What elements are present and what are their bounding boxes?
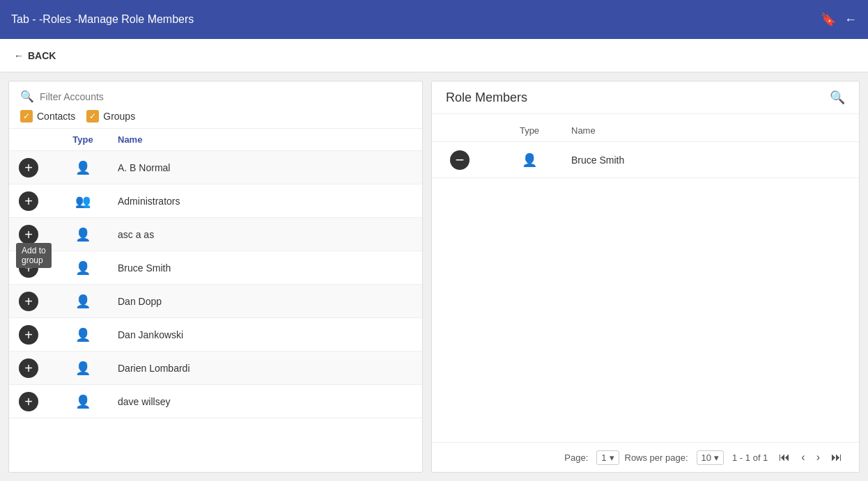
contact-type-icon: 👤 <box>48 160 118 175</box>
row-name: Administrators <box>118 196 422 207</box>
contacts-checkbox-box: ✓ <box>20 110 33 123</box>
header-icons: 🔖 ← <box>821 12 857 27</box>
rows-per-page-label: Rows per page: <box>625 452 688 463</box>
next-page-button[interactable]: › <box>814 450 823 465</box>
page-dropdown-icon: ▾ <box>610 452 614 463</box>
add-row-button[interactable]: + <box>19 358 38 378</box>
filter-area: 🔍 ✓ Contacts ✓ Groups <box>9 81 422 129</box>
contact-type-icon: 👤 <box>48 394 118 409</box>
contact-type-icon: 👤 <box>48 260 118 276</box>
role-col-name-header: Name <box>571 125 859 136</box>
left-table-body: + 👤 A. B Normal + 👥 Administrators + Add… <box>9 151 422 472</box>
app-header: Tab - -Roles -Manage Role Members 🔖 ← <box>0 0 868 39</box>
role-table-header: Type Name <box>432 120 859 142</box>
row-name: Darien Lombardi <box>118 363 422 374</box>
contact-type-icon: 👤 <box>48 227 118 242</box>
add-row-button[interactable]: + <box>19 392 38 411</box>
groups-checkbox[interactable]: ✓ Groups <box>86 110 135 123</box>
add-row-button[interactable]: + <box>19 225 38 244</box>
filter-search-icon: 🔍 <box>20 90 34 103</box>
rows-value: 10 <box>702 452 711 463</box>
back-button[interactable]: ← BACK <box>14 50 56 61</box>
role-member-name: Bruce Smith <box>571 155 859 166</box>
row-name: dave willsey <box>118 396 422 407</box>
row-name: Dan Dopp <box>118 296 422 307</box>
header-title: Tab - -Roles -Manage Role Members <box>11 13 194 26</box>
role-contact-type-icon: 👤 <box>488 152 571 168</box>
filter-input-wrap: 🔍 <box>20 90 411 103</box>
groups-checkbox-box: ✓ <box>86 110 99 123</box>
page-label: Page: <box>564 452 588 463</box>
group-type-icon: 👥 <box>48 194 118 209</box>
table-row: + 👤 Dan Jankowski <box>9 318 422 352</box>
page-range: 1 - 1 of 1 <box>732 452 768 463</box>
back-label: BACK <box>28 50 56 61</box>
table-row: + 👤 Bruce Smith <box>9 251 422 285</box>
add-row-button[interactable]: + <box>19 191 38 211</box>
last-page-button[interactable]: ⏭ <box>828 450 845 465</box>
left-table-header: Type Name <box>9 129 422 151</box>
pagination-bar: Page: 1 ▾ Rows per page: 10 ▾ 1 - 1 of 1… <box>432 442 859 472</box>
role-table-body: − 👤 Bruce Smith <box>432 142 859 442</box>
table-row: + 👤 Dan Dopp <box>9 285 422 318</box>
rows-dropdown-icon: ▾ <box>714 452 719 463</box>
filter-accounts-input[interactable] <box>40 91 411 102</box>
add-row-button[interactable]: + <box>19 158 38 178</box>
contacts-label: Contacts <box>37 111 75 122</box>
left-col-name-header: Name <box>118 134 422 145</box>
role-col-type-header: Type <box>488 125 571 136</box>
contact-type-icon: 👤 <box>48 327 118 342</box>
row-name: A. B Normal <box>118 162 422 173</box>
table-row: + 👥 Administrators <box>9 184 422 218</box>
page-select[interactable]: 1 ▾ <box>596 450 619 465</box>
rows-per-page-select[interactable]: 10 ▾ <box>697 450 724 465</box>
left-panel: 🔍 ✓ Contacts ✓ Groups Type Name <box>8 81 423 473</box>
role-header: Role Members 🔍 <box>432 81 859 114</box>
role-search-icon[interactable]: 🔍 <box>830 90 845 105</box>
row-name: Bruce Smith <box>118 262 422 274</box>
first-page-button[interactable]: ⏮ <box>776 450 793 465</box>
back-bar: ← BACK <box>0 39 868 72</box>
groups-label: Groups <box>103 111 135 122</box>
back-nav-icon[interactable]: ← <box>844 13 857 27</box>
main-content: 🔍 ✓ Contacts ✓ Groups Type Name <box>0 72 868 481</box>
role-members-title: Role Members <box>446 90 527 105</box>
table-row: + 👤 A. B Normal <box>9 151 422 184</box>
contact-type-icon: 👤 <box>48 294 118 309</box>
add-row-button[interactable]: + <box>19 258 38 278</box>
add-row-button[interactable]: + <box>19 325 38 345</box>
table-row: + 👤 Darien Lombardi <box>9 352 422 385</box>
table-row: + 👤 dave willsey <box>9 385 422 418</box>
remove-member-button[interactable]: − <box>450 150 470 170</box>
bookmark-icon[interactable]: 🔖 <box>821 12 836 27</box>
left-col-type-header: Type <box>48 134 118 145</box>
right-panel: Role Members 🔍 Type Name − 👤 Bruce Smith… <box>431 81 860 473</box>
back-arrow-icon: ← <box>14 50 24 61</box>
role-table-row: − 👤 Bruce Smith <box>432 142 859 178</box>
page-value: 1 <box>601 452 606 463</box>
add-row-button[interactable]: + <box>19 292 38 311</box>
contact-type-icon: 👤 <box>48 361 118 376</box>
table-row: + Add togroup 👤 asc a as <box>9 218 422 251</box>
checkboxes-row: ✓ Contacts ✓ Groups <box>20 110 411 123</box>
row-name: asc a as <box>118 229 422 240</box>
contacts-checkbox[interactable]: ✓ Contacts <box>20 110 75 123</box>
prev-page-button[interactable]: ‹ <box>798 450 807 465</box>
row-name: Dan Jankowski <box>118 329 422 340</box>
